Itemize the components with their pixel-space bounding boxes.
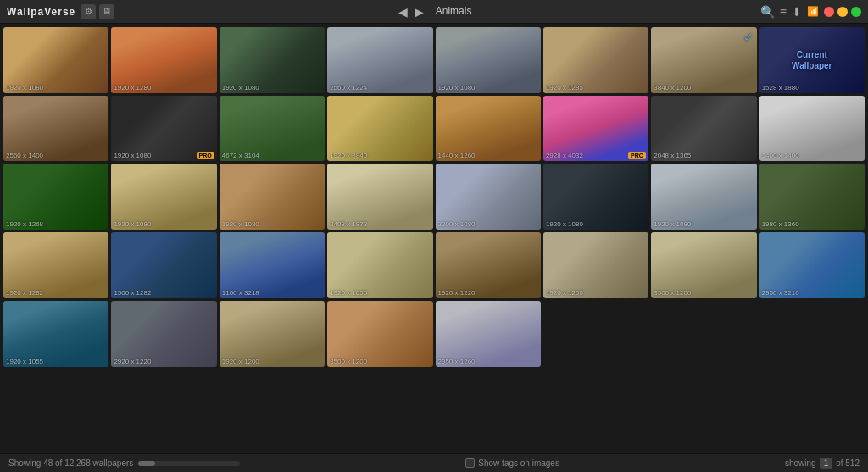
resolution-label: 2950 x 1260	[438, 358, 476, 365]
resolution-label: 1920 x 1200	[546, 289, 583, 297]
resolution-label: 1100 x 3218	[222, 289, 259, 297]
resolution-label: 2950 x 3210	[762, 289, 799, 297]
search-icon[interactable]: 🔍	[760, 5, 775, 19]
thumbnail-19[interactable]: 1920 x 1080	[220, 164, 325, 230]
show-tags-checkbox[interactable]	[465, 458, 475, 468]
thumbnail-6[interactable]: 1920 x 1285	[543, 27, 648, 93]
resolution-label: 1528 x 1880	[762, 84, 799, 92]
minimize-button[interactable]	[837, 7, 848, 17]
thumbnail-37[interactable]: 2950 x 1260	[436, 301, 541, 367]
header-tools: ⚙ 🖥	[81, 4, 114, 19]
show-tags-label: Show tags on images	[478, 458, 559, 468]
resolution-label: 1920 x 1080	[654, 220, 691, 228]
thumbnail-18[interactable]: 1920 x 1080	[111, 164, 216, 230]
thumbnail-14[interactable]: 2928 x 4032PRO	[543, 96, 648, 162]
thumbnail-15[interactable]: 2048 x 1365	[651, 96, 756, 162]
resolution-label: 1980 x 1360	[762, 220, 799, 228]
resolution-label: 1920 x 1055	[330, 289, 367, 297]
scroll-thumb	[138, 461, 155, 466]
gear-icon[interactable]: ⚙	[81, 4, 96, 19]
close-button[interactable]	[824, 7, 834, 17]
resolution-label: 2048 x 1365	[654, 152, 691, 159]
thumbnail-34[interactable]: 2920 x 1220	[111, 301, 216, 367]
nav-arrows: ◀ ▶ Animals	[397, 5, 479, 19]
category-label: Animals	[429, 5, 479, 19]
list-view-icon[interactable]: ≡	[780, 5, 787, 19]
current-wallpaper-label: Current Wallpaper	[786, 49, 838, 71]
thumbnail-1[interactable]: 1920 x 1080	[3, 27, 108, 93]
thumbnail-26[interactable]: 1500 x 1282	[111, 232, 216, 298]
resolution-label: 2560 x 1224	[330, 84, 367, 92]
thumbnail-8[interactable]: Current Wallpaper1528 x 1880	[760, 27, 865, 93]
thumbnail-21[interactable]: 2200 x 1080	[436, 164, 541, 230]
thumbnail-16[interactable]: 1400 x 1400	[760, 96, 865, 162]
thumbnail-3[interactable]: 1920 x 1080	[220, 27, 325, 93]
resolution-label: 1920 x 1285	[546, 84, 583, 92]
resolution-label: 1500 x 1282	[114, 289, 151, 297]
resolution-label: 1920 x 1282	[6, 289, 43, 297]
showing-label: showing	[785, 458, 816, 468]
thumbnail-2[interactable]: 1920 x 1280	[111, 27, 216, 93]
show-tags-checkbox-area[interactable]: Show tags on images	[465, 458, 559, 468]
page-number[interactable]: 1	[820, 458, 833, 469]
app-logo: WallpaVerse	[7, 6, 75, 18]
thumbnail-33[interactable]: 1920 x 1055	[3, 301, 108, 367]
forward-arrow[interactable]: ▶	[413, 5, 426, 19]
fullscreen-button[interactable]	[851, 7, 861, 17]
thumbnail-11[interactable]: 4672 x 3104	[220, 96, 325, 162]
thumbnail-22[interactable]: 1920 x 1080	[543, 164, 648, 230]
thumbnail-35[interactable]: 1920 x 1200	[220, 301, 325, 367]
resolution-label: 1920 x 1200	[222, 358, 259, 365]
resolution-label: 1920 x 1055	[6, 358, 43, 365]
resolution-label: 3500 x 1200	[654, 289, 691, 297]
resolution-label: 2200 x 1080	[438, 220, 476, 228]
resolution-label: 1920 x 1220	[438, 289, 476, 297]
thumbnail-29[interactable]: 1920 x 1220	[436, 232, 541, 298]
status-bar: Showing 48 of 12,268 wallpapers Show tag…	[0, 453, 868, 472]
window-controls	[824, 7, 861, 17]
header: WallpaVerse ⚙ 🖥 ◀ ▶ Animals 🔍 ≡ ⬇ 📶	[0, 0, 868, 24]
resolution-label: 2560 x 1400	[6, 152, 43, 159]
thumbnail-27[interactable]: 1100 x 3218	[220, 232, 325, 298]
thumbnail-13[interactable]: 1440 x 1260	[436, 96, 541, 162]
thumbnail-4[interactable]: 2560 x 1224	[327, 27, 432, 93]
resolution-label: 4672 x 3104	[222, 152, 259, 159]
thumbnail-9[interactable]: 2560 x 1400	[3, 96, 108, 162]
thumbnail-10[interactable]: 1920 x 1080PRO	[111, 96, 216, 162]
thumbnail-30[interactable]: 1920 x 1200	[543, 232, 648, 298]
thumbnail-17[interactable]: 1920 x 1268	[3, 164, 108, 230]
resolution-label: 1920 x 1080	[438, 84, 476, 92]
thumbnail-7[interactable]: ✓3840 x 1200	[651, 27, 756, 93]
resolution-label: 3840 x 1200	[654, 84, 691, 92]
thumbnail-grid: 1920 x 10801920 x 12801920 x 10802560 x …	[0, 24, 868, 453]
resolution-label: 1920 x 1268	[6, 220, 43, 228]
thumbnail-24[interactable]: 1980 x 1360	[760, 164, 865, 230]
resolution-label: 1920 x 1080	[114, 220, 151, 228]
thumbnail-25[interactable]: 1920 x 1282	[3, 232, 108, 298]
pro-badge: PRO	[628, 152, 646, 159]
thumbnail-28[interactable]: 1920 x 1055	[327, 232, 432, 298]
wifi-icon: 📶	[807, 6, 819, 17]
thumbnail-12[interactable]: 1920 x 3840	[327, 96, 432, 162]
of-label: of 512	[836, 458, 860, 468]
resolution-label: 1440 x 1260	[438, 152, 476, 159]
resolution-label: 1920 x 1280	[114, 84, 151, 92]
thumbnail-32[interactable]: 2950 x 3210	[760, 232, 865, 298]
status-right: showing 1 of 512	[785, 458, 860, 469]
selected-checkmark: ✓	[743, 31, 754, 44]
resolution-label: 1920 x 1080	[114, 152, 151, 159]
thumbnail-5[interactable]: 1920 x 1080	[436, 27, 541, 93]
thumbnail-20[interactable]: 2408 x 1872	[327, 164, 432, 230]
back-arrow[interactable]: ◀	[397, 5, 409, 19]
monitor-icon[interactable]: 🖥	[99, 4, 114, 19]
download-icon[interactable]: ⬇	[792, 5, 802, 19]
resolution-label: 1920 x 1080	[222, 220, 259, 228]
status-center[interactable]: Show tags on images	[465, 458, 559, 468]
thumbnail-31[interactable]: 3500 x 1200	[651, 232, 756, 298]
scroll-indicator	[138, 461, 240, 466]
header-right: 🔍 ≡ ⬇ 📶	[760, 5, 861, 19]
thumbnail-36[interactable]: 3500 x 1200	[327, 301, 432, 367]
showing-count: Showing 48 of 12,268 wallpapers	[8, 458, 133, 468]
status-left: Showing 48 of 12,268 wallpapers	[8, 458, 240, 468]
thumbnail-23[interactable]: 1920 x 1080	[651, 164, 756, 230]
